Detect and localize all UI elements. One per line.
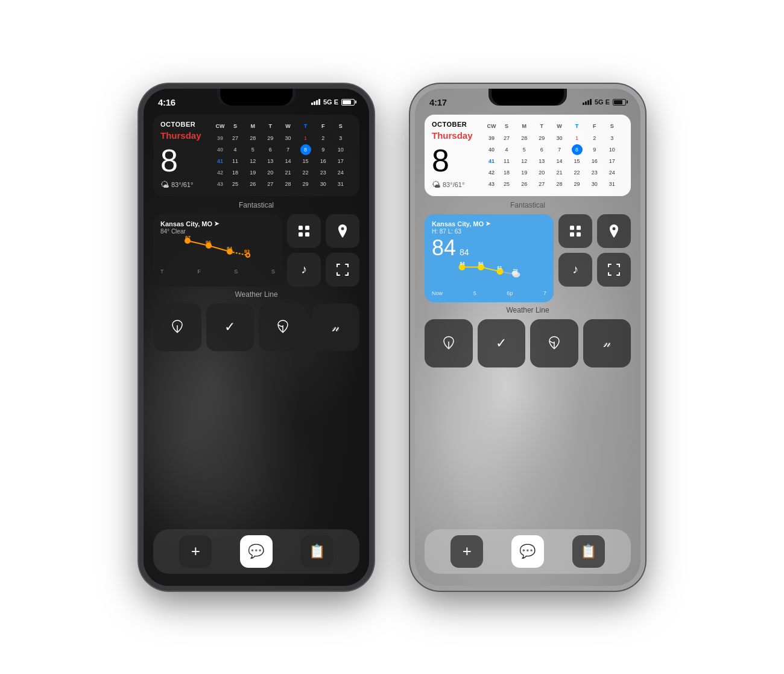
dock-add-button-light[interactable]: +	[450, 535, 483, 568]
svg-text:84: 84	[460, 261, 464, 266]
cal-day-name-light: Thursday	[432, 130, 480, 141]
cal-week-row: 42 18 19 20 21 22 23 24	[486, 167, 624, 178]
app-icon-noteship[interactable]: 𝓃	[312, 304, 360, 352]
weather-line-label: Weather Line	[153, 290, 359, 299]
fantastical-label-light: Fantastical	[425, 201, 631, 209]
grid-icon	[297, 224, 311, 238]
app-icon-noteship-light[interactable]: 𝓃	[583, 319, 631, 367]
screen-light: 4:17 5G E OCTOBER Thursday	[415, 89, 640, 586]
cal-right: CW S M T W T F S 39 27 28 29	[215, 121, 352, 190]
weather-desc: 84° Clear	[160, 228, 275, 235]
weather-widget-light[interactable]: Kansas City, MO ➤ H: 87 L: 63 84 84	[425, 214, 554, 303]
weather-chart-light: 84 84 81 78	[432, 259, 546, 287]
cursive-n-icon: 𝓃	[332, 320, 339, 334]
app-icons-col: ♪	[287, 214, 359, 287]
music-icon-light: ♪	[572, 262, 578, 276]
app-icon-check[interactable]: ✓	[206, 304, 254, 352]
plant-icon-light	[548, 335, 561, 351]
app-icon-plant-light[interactable]	[530, 319, 578, 367]
chat-icon: 💬	[248, 544, 264, 559]
cal-month: OCTOBER	[160, 121, 209, 128]
weather-temp-small: 84	[460, 247, 469, 257]
weather-hl: H: 87 L: 63	[432, 228, 546, 235]
checkmark-icon-light: ✓	[496, 335, 507, 351]
app-icon-leaf-light[interactable]	[425, 319, 473, 367]
svg-text:84: 84	[227, 246, 232, 251]
cal-weather: 🌤 83°/61°	[160, 180, 209, 189]
dark-phone: 4:16 5G E OCTOBER Thursday	[139, 84, 374, 591]
weather-hours-light: Now 5 6p 7	[432, 290, 546, 296]
cal-week-row: 42 18 19 20 21 22 23 24	[215, 167, 352, 178]
calendar-widget[interactable]: OCTOBER Thursday 8 🌤 83°/61° CW S M T	[153, 115, 359, 196]
battery-icon-light	[613, 99, 626, 106]
svg-rect-31	[577, 232, 581, 237]
checkmark-icon: ✓	[224, 319, 235, 335]
calendar-widget-light[interactable]: OCTOBER Thursday 8 🌤 83°/61° CW S M T W	[425, 115, 631, 196]
cal-week-row: 40 4 5 6 7 8 9 10	[215, 144, 352, 155]
dock-messages-button[interactable]: 💬	[240, 535, 273, 568]
cal-left-light: OCTOBER Thursday 8 🌤 83°/61°	[432, 121, 480, 190]
signal-icon	[311, 99, 320, 105]
music-icon: ♪	[301, 262, 307, 276]
plant-icon	[276, 319, 289, 335]
cal-day-number: 8	[160, 145, 209, 176]
cal-day-number-light: 8	[432, 145, 480, 176]
app-icon-check-light[interactable]: ✓	[478, 319, 526, 367]
notes-icon: 📋	[309, 544, 325, 559]
notch	[220, 89, 292, 106]
maps-icon	[336, 223, 349, 239]
status-time: 4:16	[158, 97, 175, 107]
cal-week-row: 41 11 12 13 14 15 16 17	[486, 156, 624, 167]
app-icon-grid[interactable]	[287, 214, 321, 248]
bottom-apps-row-light: ✓ 𝓃	[425, 319, 631, 367]
svg-text:84: 84	[478, 261, 483, 266]
cal-left: OCTOBER Thursday 8 🌤 83°/61°	[160, 121, 209, 190]
app-icon-maps-light[interactable]	[597, 214, 631, 248]
app-icon-scan[interactable]	[326, 253, 359, 287]
dock-notes-button-light[interactable]: 📋	[572, 535, 605, 568]
signal-icon-light	[583, 99, 592, 105]
scan-icon	[336, 263, 349, 276]
cal-day-name: Thursday	[160, 130, 209, 141]
app-icon-pair-top-light	[558, 214, 631, 248]
app-icon-music[interactable]: ♪	[287, 253, 321, 287]
app-icon-music-light[interactable]: ♪	[558, 253, 592, 287]
content-area: OCTOBER Thursday 8 🌤 83°/61° CW S M T	[144, 110, 369, 352]
dock-add-button[interactable]: +	[179, 535, 212, 568]
bottom-apps-row: ✓ 𝓃	[153, 304, 359, 352]
battery-fill	[343, 100, 351, 104]
app-icon-maps[interactable]	[326, 214, 359, 248]
weather-widget[interactable]: Kansas City, MO ➤ 84° Clear 87 86	[153, 214, 282, 287]
leaf-icon	[171, 319, 184, 335]
svg-text:78: 78	[513, 268, 518, 273]
dock: + 💬 📋	[153, 529, 359, 574]
notch	[492, 89, 564, 106]
svg-text:83: 83	[244, 249, 250, 254]
app-icon-scan-light[interactable]	[597, 253, 631, 287]
dock-notes-button[interactable]: 📋	[301, 535, 334, 568]
app-icon-grid-light[interactable]	[558, 214, 592, 248]
app-icons-col-light: ♪	[558, 214, 631, 303]
dock-messages-button-light[interactable]: 💬	[511, 535, 544, 568]
sun-icon: 🌤	[160, 180, 169, 189]
svg-rect-28	[570, 226, 574, 230]
dock-light: + 💬 📋	[425, 529, 631, 574]
leaf-icon-light	[442, 335, 455, 351]
light-phone: 4:17 5G E OCTOBER Thursday	[410, 84, 645, 591]
cal-week-row: 43 25 26 27 28 29 30 31	[486, 179, 624, 189]
svg-rect-14	[305, 232, 309, 237]
cursive-n-icon-light: 𝓃	[603, 336, 610, 350]
scan-icon-light	[607, 263, 621, 276]
app-icon-leaf[interactable]	[153, 304, 201, 352]
cal-header-row: CW S M T W T F S	[215, 121, 352, 132]
cal-week-row: 39 27 28 29 30 1 2 3	[215, 133, 352, 144]
svg-point-32	[613, 227, 616, 230]
cal-weather-light: 🌤 83°/61°	[432, 180, 480, 189]
battery-icon	[341, 99, 355, 106]
app-icon-plant[interactable]	[259, 304, 307, 352]
app-icon-pair-bottom-light: ♪	[558, 253, 631, 287]
weather-city: Kansas City, MO ➤	[160, 220, 275, 227]
cal-temp-light: 83°/61°	[443, 181, 464, 188]
cal-temp: 83°/61°	[171, 181, 193, 188]
cal-week-row: 39 27 28 29 30 1 2 3	[486, 133, 624, 144]
